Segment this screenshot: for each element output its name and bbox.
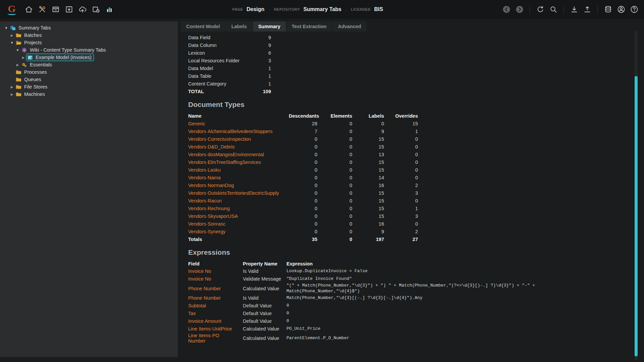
document-type-row: Vendors·D&D_Debris00150 [188, 143, 635, 150]
cell-value: 13 [352, 152, 384, 157]
cell-value: 28 [289, 121, 317, 126]
cell-value: 0 [384, 167, 418, 173]
expand-arrow-icon[interactable]: ▶ [9, 34, 15, 37]
upload-icon[interactable] [583, 5, 592, 14]
tree-item[interactable]: ▶Example Model (Invoices) [0, 54, 178, 61]
tree-item[interactable]: ▼Wiki - Content Type Summary Tabs [0, 46, 178, 54]
topbar: G PAGEDesign·REPOSITORYSummary Tabs·LICE… [0, 0, 644, 19]
topbar-right-icons [502, 5, 639, 14]
download-icon[interactable] [570, 5, 579, 14]
nav-forward-icon[interactable] [515, 5, 524, 14]
grooper-logo[interactable]: G [5, 2, 18, 17]
user-icon[interactable] [616, 5, 626, 14]
storage-icon[interactable] [51, 5, 60, 14]
expand-arrow-icon[interactable]: ▶ [20, 56, 26, 59]
expand-arrow-icon[interactable]: ▶ [9, 85, 15, 89]
database-icon[interactable] [603, 5, 612, 14]
tree-item[interactable]: ▶Machines [0, 90, 178, 98]
tree-item[interactable]: ▼Projects [0, 39, 178, 46]
stat-value: 1 [254, 66, 271, 71]
collapse-arrow-icon[interactable]: ▼ [15, 48, 20, 52]
document-type-link[interactable]: Vendors·Lasku [188, 167, 289, 173]
expression-field-link[interactable]: Line Items·UnitPrice [188, 326, 243, 332]
document-type-row: Vendors·Synergy0092 [188, 228, 635, 235]
cell-value: 15 [352, 167, 384, 173]
tab-summary[interactable]: Summary [253, 21, 286, 32]
document-type-link[interactable]: Vendors·SkyvaporUSA [188, 214, 289, 219]
box-clock-icon[interactable] [91, 5, 100, 14]
breadcrumb-value[interactable]: BIS [374, 6, 383, 12]
tools-icon[interactable] [38, 5, 47, 14]
document-type-link[interactable]: Vendors·Rechnung [188, 206, 289, 211]
tree-item[interactable]: ▶Batches [0, 32, 178, 39]
tree-item[interactable]: ▶File Stores [0, 83, 178, 90]
help-icon[interactable] [630, 5, 639, 14]
expression-field-link[interactable]: Tax [188, 311, 243, 316]
breadcrumb-value[interactable]: Design [247, 6, 264, 12]
document-type-link[interactable]: Vendors·Racun [188, 198, 289, 203]
tab-labels[interactable]: Labels [226, 21, 252, 32]
content-scrollbar[interactable] [635, 31, 638, 360]
document-type-link[interactable]: Vendors·NormanDog [188, 183, 289, 188]
cell-value: 7 [289, 129, 317, 134]
breadcrumb: PAGEDesign·REPOSITORYSummary Tabs·LICENS… [114, 6, 502, 12]
cloud-upload-icon[interactable] [78, 5, 87, 14]
model-icon [27, 55, 34, 60]
bar-chart-icon[interactable] [105, 5, 114, 14]
expression-property: Calculated Value [243, 286, 286, 292]
cell-value: 16 [352, 183, 384, 188]
document-type-link[interactable]: Vendors·Sonrasc [188, 221, 289, 227]
stat-row: Content Category1 [188, 80, 271, 87]
stats-table: Data Field9Data Column9Lexicon6Local Res… [188, 34, 635, 95]
expression-field-link[interactable]: Invoice Amount [188, 318, 243, 324]
nav-back-icon[interactable] [502, 5, 511, 14]
breadcrumb-value[interactable]: Summary Tabs [303, 6, 341, 12]
document-type-link[interactable]: Generic [188, 121, 289, 126]
scrollbar-thumb[interactable] [635, 76, 638, 356]
essentials-icon [21, 62, 29, 68]
search-icon[interactable] [549, 5, 558, 14]
tree-item-label: Wiki - Content Type Summary Tabs [30, 47, 106, 53]
refresh-icon[interactable] [536, 5, 545, 14]
expression-property: Default Value [243, 311, 286, 316]
document-type-row: Vendors·Racun00150 [188, 197, 635, 204]
tree-item[interactable]: Processes [0, 68, 178, 76]
document-type-link[interactable]: Vendors·ElmTreeStaffingServices [188, 160, 289, 165]
sidebar-tree: ▼Summary Tabs▶Batches▼Projects▼Wiki - Co… [0, 24, 178, 98]
collapse-arrow-icon[interactable]: ▼ [9, 41, 15, 45]
collapse-arrow-icon[interactable]: ▼ [3, 26, 9, 30]
expression-field-link[interactable]: Phone Number [188, 295, 243, 301]
breadcrumb-label: LICENSEE [351, 7, 371, 11]
expression-field-link[interactable]: Invoice No [188, 276, 243, 282]
document-type-link[interactable]: Vendors·Nama [188, 175, 289, 180]
document-type-link[interactable]: Vendors·Synergy [188, 229, 289, 234]
expression-row: Invoice AmountDefault Value0 [188, 317, 635, 325]
tree-item[interactable]: Queues [0, 76, 178, 83]
tree-item[interactable]: ▼Summary Tabs [0, 24, 178, 32]
document-type-link[interactable]: Vendors·OutskirtsTerritoriesElectricSupp… [188, 190, 289, 196]
expression-field-link[interactable]: Phone Number [188, 286, 243, 292]
document-type-row: Generic280015 [188, 120, 635, 127]
toolbar-separator [597, 5, 598, 14]
cell-value: 0 [317, 198, 352, 203]
tab-content-model[interactable]: Content Model [181, 21, 225, 32]
cell-value: 0 [289, 206, 317, 211]
document-type-row: Vendors·NormanDog00162 [188, 181, 635, 189]
tree-item[interactable]: ▶Essentials [0, 61, 178, 68]
cell-value: 9 [352, 129, 384, 134]
document-type-link[interactable]: Vendors·dosMangosEnvironmental [188, 152, 289, 157]
export-box-icon[interactable] [64, 5, 73, 14]
expression-field-link[interactable]: Line Items·PO Number [188, 333, 243, 344]
expand-arrow-icon[interactable]: ▶ [9, 93, 15, 96]
expression-field-link[interactable]: Invoice No [188, 268, 243, 274]
document-type-link[interactable]: Vendors·AlchemicalBelvedereStoppers [188, 129, 289, 134]
document-type-row: Vendors·dosMangosEnvironmental00130 [188, 150, 635, 158]
document-type-link[interactable]: Vendors·D&D_Debris [188, 144, 289, 149]
home-icon[interactable] [24, 5, 33, 14]
document-type-link[interactable]: Vendors·CorrectusInspection [188, 136, 289, 142]
expand-arrow-icon[interactable]: ▶ [15, 63, 20, 67]
expression-field-link[interactable]: Subtotal [188, 303, 243, 309]
column-header: Property Name [243, 261, 286, 266]
tab-advanced[interactable]: Advanced [332, 21, 366, 32]
tab-test-extraction[interactable]: Test Extraction [286, 21, 332, 32]
